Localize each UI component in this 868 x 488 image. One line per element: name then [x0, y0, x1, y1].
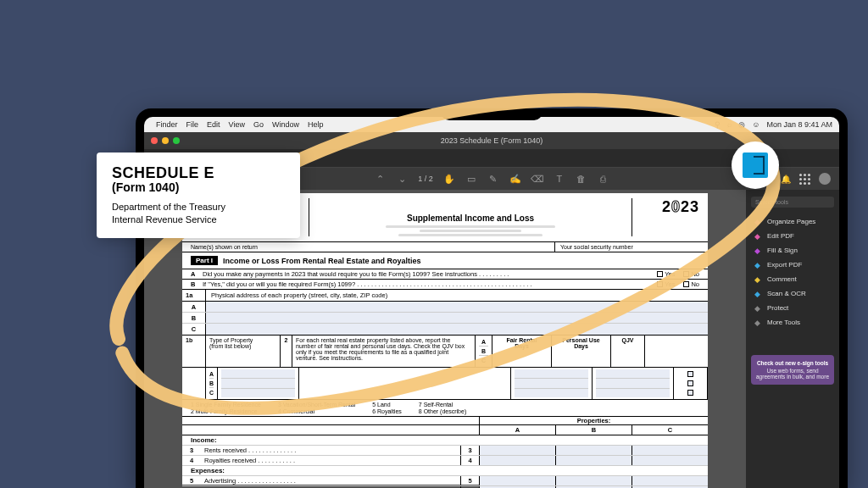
- sidebar-tool[interactable]: ◆Edit PDF: [751, 229, 834, 243]
- part-title: Income or Loss From Rental Real Estate a…: [223, 257, 421, 265]
- hand-tool-icon[interactable]: ✋: [443, 173, 455, 185]
- fair-days-input[interactable]: [515, 369, 588, 379]
- callout-dept: Department of the Treasury Internal Reve…: [112, 201, 285, 226]
- sidebar-tool[interactable]: ◆Comment: [751, 272, 834, 286]
- type-input[interactable]: [221, 379, 295, 388]
- personal-days-input[interactable]: [596, 369, 670, 379]
- type-input[interactable]: [221, 389, 295, 397]
- schedule-e-callout: SCHEDULE E (Form 1040) Department of the…: [97, 152, 300, 238]
- checkbox[interactable]: [683, 281, 689, 287]
- window-title: 2023 Schedule E (Form 1040): [441, 136, 543, 145]
- type-input[interactable]: [221, 369, 295, 379]
- checkbox[interactable]: [683, 271, 689, 277]
- checkbox[interactable]: [657, 271, 663, 277]
- line-a-text: Did you make any payments in 2023 that w…: [203, 270, 509, 278]
- line-b-text: If "Yes," did you or will you file requi…: [203, 280, 532, 288]
- erase-icon[interactable]: ⌫: [531, 173, 543, 185]
- menubar-item[interactable]: Edit: [207, 120, 220, 129]
- select-tool-icon[interactable]: ▭: [465, 173, 477, 185]
- app-logo-badge: [732, 141, 779, 189]
- control-center-icon[interactable]: ◎: [738, 120, 745, 129]
- bell-icon[interactable]: 🔔: [781, 175, 791, 184]
- menubar-item[interactable]: Window: [272, 120, 299, 129]
- sidebar-tool[interactable]: ◆Protect: [751, 301, 834, 315]
- expenses-heading: Expenses:: [182, 466, 708, 476]
- notch: [441, 108, 542, 120]
- promo-card[interactable]: Check out new e-sign tools Use web forms…: [751, 355, 834, 385]
- l1b-desc: For each rental real estate property lis…: [292, 336, 476, 367]
- form-year: 2023: [632, 198, 699, 236]
- page-indicator: 1 / 2: [418, 175, 433, 183]
- sidebar-tool[interactable]: ◆Organize Pages: [751, 214, 834, 229]
- name-label: Name(s) shown on return: [182, 242, 555, 252]
- ssn-label: Your social security number: [555, 242, 708, 252]
- sidebar-tool[interactable]: ◆Fill & Sign: [751, 243, 834, 258]
- user-icon[interactable]: ☺: [752, 120, 760, 129]
- checkbox[interactable]: [657, 281, 663, 287]
- search-tools-input[interactable]: Search tools: [751, 197, 834, 208]
- type-label: Type of Property (from list below): [206, 336, 281, 367]
- sidebar-tool[interactable]: ◆More Tools: [751, 315, 834, 330]
- form-heading: Supplemental Income and Loss: [407, 214, 534, 223]
- menubar-item[interactable]: Help: [308, 120, 324, 129]
- traffic-lights[interactable]: [151, 137, 180, 144]
- print-icon[interactable]: ⎙: [598, 173, 609, 185]
- menubar-item[interactable]: Finder: [156, 120, 178, 129]
- window-titlebar: 2023 Schedule E (Form 1040): [144, 132, 839, 149]
- nav-down-icon[interactable]: ⌄: [396, 173, 408, 185]
- menubar-datetime[interactable]: Mon Jan 8 9:41 AM: [766, 120, 832, 129]
- callout-title: SCHEDULE E: [112, 164, 285, 182]
- qjv-checkbox[interactable]: [687, 371, 693, 377]
- line-1a-text: Physical address of each property (stree…: [206, 290, 392, 301]
- wifi-icon[interactable]: ⚲: [715, 120, 721, 129]
- sidebar-tool[interactable]: ◆Scan & OCR: [751, 286, 834, 301]
- tools-sidebar: Search tools ◆Organize Pages◆Edit PDF◆Fi…: [746, 190, 839, 488]
- avatar[interactable]: [819, 173, 831, 185]
- menubar-item[interactable]: View: [229, 120, 245, 129]
- sidebar-tool[interactable]: ◆Export PDF: [751, 258, 834, 272]
- highlight-icon[interactable]: ✎: [487, 173, 499, 185]
- search-icon[interactable]: ⌕: [727, 120, 732, 129]
- callout-subtitle: (Form 1040): [112, 180, 285, 194]
- apps-grid-icon[interactable]: [799, 174, 810, 185]
- address-input-c[interactable]: [206, 324, 708, 335]
- address-input-a[interactable]: [206, 302, 708, 312]
- delete-icon[interactable]: 🗑: [576, 173, 587, 185]
- sign-icon[interactable]: ✍: [509, 173, 521, 185]
- menubar-item[interactable]: File: [186, 120, 199, 129]
- nav-up-icon[interactable]: ⌃: [374, 173, 386, 185]
- text-icon[interactable]: T: [554, 173, 565, 185]
- menubar-item[interactable]: Go: [253, 120, 264, 129]
- part-badge: Part I: [191, 256, 218, 265]
- income-heading: Income:: [182, 435, 708, 446]
- address-input-b[interactable]: [206, 313, 708, 323]
